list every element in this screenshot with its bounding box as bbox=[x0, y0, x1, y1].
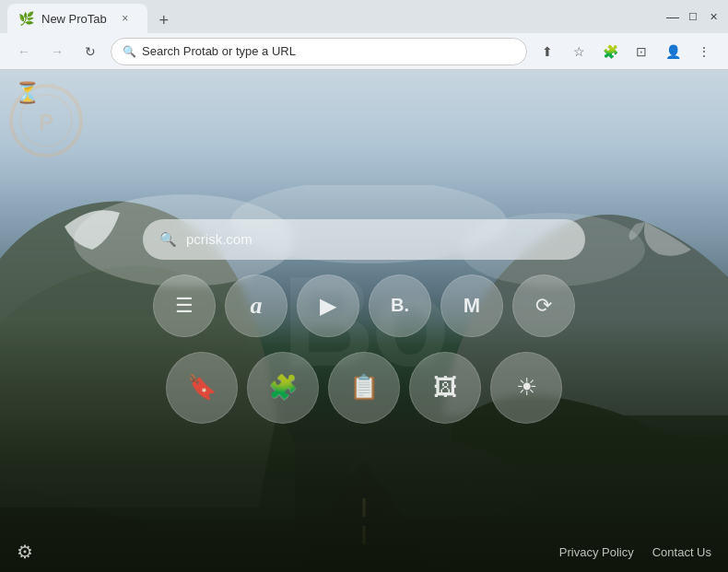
address-bar[interactable]: 🔍 Search Protab or type a URL bbox=[111, 38, 527, 65]
extensions-shortcut[interactable]: 🧩 bbox=[247, 352, 319, 424]
more-button[interactable]: ⋮ bbox=[691, 39, 717, 64]
address-search-icon: 🔍 bbox=[123, 45, 136, 58]
address-text: Search Protab or type a URL bbox=[142, 44, 515, 58]
privacy-policy-link[interactable]: Privacy Policy bbox=[559, 545, 634, 559]
bookmark-button[interactable]: ☆ bbox=[566, 39, 592, 64]
profile-button[interactable]: 👤 bbox=[660, 39, 686, 64]
extensions-button[interactable]: 🧩 bbox=[597, 39, 623, 64]
footer-links: Privacy Policy Contact Us bbox=[559, 545, 711, 559]
gmail-shortcut[interactable]: M bbox=[440, 274, 503, 337]
close-button[interactable]: ✕ bbox=[706, 9, 721, 24]
tab-bar: 🌿 New ProTab × + bbox=[7, 0, 662, 33]
search-bar-text: pcrisk.com bbox=[186, 231, 252, 247]
window-controls: — ☐ ✕ bbox=[665, 9, 721, 24]
menu-shortcut[interactable]: ☰ bbox=[153, 274, 216, 337]
active-tab[interactable]: 🌿 New ProTab × bbox=[7, 4, 147, 33]
minimize-button[interactable]: — bbox=[665, 9, 680, 24]
address-bar-row: ← → ↻ 🔍 Search Protab or type a URL ⬆ ☆ … bbox=[0, 33, 728, 70]
title-bar: 🌿 New ProTab × + — ☐ ✕ bbox=[0, 0, 728, 33]
newtab-ui: 🔍 pcrisk.com ☰ a ▶ B. M ⟳ 🔖 🧩 📋 🖼 ☀ bbox=[0, 70, 728, 572]
bookmarks-shortcut[interactable]: 🔖 bbox=[166, 352, 238, 424]
search-bar-icon: 🔍 bbox=[159, 231, 177, 248]
new-tab-button[interactable]: + bbox=[151, 7, 177, 33]
toolbar-actions: ⬆ ☆ 🧩 ⊡ 👤 ⋮ bbox=[534, 39, 717, 64]
images-shortcut[interactable]: 🖼 bbox=[409, 352, 481, 424]
reload-button[interactable]: ↻ bbox=[77, 39, 103, 64]
tab-title: New ProTab bbox=[41, 12, 107, 26]
bottom-bar: ⚙ Privacy Policy Contact Us bbox=[0, 531, 728, 572]
newtab-content: Bo P ⏳ 🔍 pcrisk.com ☰ a ▶ B. bbox=[0, 70, 728, 572]
search-bar[interactable]: 🔍 pcrisk.com bbox=[143, 219, 585, 260]
history-shortcut[interactable]: ⟳ bbox=[512, 274, 575, 337]
forward-button[interactable]: → bbox=[44, 39, 70, 64]
settings-button[interactable]: ⚙ bbox=[17, 541, 33, 563]
maximize-button[interactable]: ☐ bbox=[686, 9, 700, 24]
video-shortcut[interactable]: ▶ bbox=[297, 274, 359, 337]
shortcut-row-1: ☰ a ▶ B. M ⟳ bbox=[153, 274, 575, 337]
share-button[interactable]: ⬆ bbox=[534, 39, 560, 64]
amazon-shortcut[interactable]: a bbox=[225, 274, 288, 337]
shortcut-row-2: 🔖 🧩 📋 🖼 ☀ bbox=[166, 352, 562, 424]
booking-shortcut[interactable]: B. bbox=[369, 274, 431, 337]
tab-favicon: 🌿 bbox=[18, 11, 34, 26]
split-view-button[interactable]: ⊡ bbox=[628, 39, 654, 64]
clipboard-shortcut[interactable]: 📋 bbox=[328, 352, 400, 424]
contact-us-link[interactable]: Contact Us bbox=[652, 545, 711, 559]
tab-close-button[interactable]: × bbox=[118, 11, 133, 26]
back-button[interactable]: ← bbox=[11, 39, 37, 64]
browser-window: 🌿 New ProTab × + — ☐ ✕ ← → ↻ 🔍 Search Pr… bbox=[0, 0, 728, 572]
brightness-shortcut[interactable]: ☀ bbox=[490, 352, 562, 424]
